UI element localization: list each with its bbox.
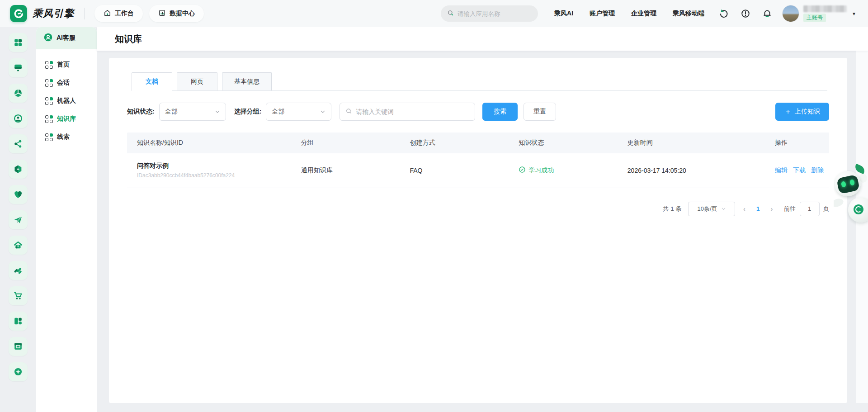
status-select[interactable]: 全部 [159, 103, 226, 121]
grid-icon [45, 115, 53, 123]
pagination: 共 1 条 10条/页 ‹ 1 › 前往 页 [127, 202, 829, 216]
mascot-robot[interactable] [834, 156, 868, 232]
nav-enterprise-management[interactable]: 企业管理 [631, 9, 656, 18]
col-name-id: 知识名称/知识ID [127, 133, 296, 153]
sidebar-item-leads[interactable]: 线索 [36, 128, 97, 146]
row-actions: 编辑 下载 删除 [775, 166, 824, 175]
avatar[interactable] [782, 5, 799, 22]
rail-sparkle-icon[interactable] [9, 362, 28, 381]
brand-logo-icon[interactable] [10, 5, 27, 22]
knowledge-id: IDac3abb290ccb44f4baab5276c00fa224 [137, 172, 290, 179]
rail-tags-icon[interactable] [9, 261, 28, 280]
mascot-arm [834, 197, 844, 208]
app-rail [0, 27, 36, 412]
plus-icon: ＋ [784, 108, 792, 115]
reset-button[interactable]: 重置 [524, 103, 556, 121]
download-link[interactable]: 下载 [793, 166, 806, 175]
sidebar-item-knowledge-base[interactable]: 知识库 [36, 110, 97, 128]
rail-monitor-icon[interactable] [9, 58, 28, 77]
chevron-down-icon [320, 109, 326, 114]
filter-bar: 知识状态: 全部 选择分组: 全部 [127, 103, 829, 121]
page-header: 知识库 [97, 27, 868, 51]
goto-page-input[interactable] [800, 202, 820, 216]
bar-chart-icon [158, 9, 166, 18]
next-page-icon[interactable]: › [769, 205, 775, 213]
rail-paper-plane-icon[interactable] [9, 210, 28, 229]
sidebar-item-home[interactable]: 首页 [36, 56, 97, 74]
grid-icon [45, 61, 53, 69]
status-filter-label: 知识状态: [127, 108, 155, 116]
chevron-down-icon: ▼ [852, 11, 856, 16]
keyword-input[interactable] [356, 108, 469, 115]
rail-browser-icon[interactable] [9, 337, 28, 356]
total-count: 共 1 条 [663, 205, 682, 213]
workbench-label: 工作台 [115, 9, 134, 18]
col-actions: 操作 [769, 133, 829, 153]
prev-page-icon[interactable]: ‹ [741, 205, 747, 213]
tab-documents[interactable]: 文档 [132, 72, 172, 90]
rail-customer-service-icon[interactable] [9, 109, 28, 128]
rail-hex-package-icon[interactable] [9, 160, 28, 179]
keyword-search[interactable] [340, 103, 475, 121]
grid-icon [45, 133, 53, 141]
col-status: 知识状态 [513, 133, 622, 153]
knowledge-table: 知识名称/知识ID 分组 创建方式 知识状态 更新时间 操作 [127, 133, 829, 188]
search-icon [447, 9, 454, 18]
rail-share-icon[interactable] [9, 134, 28, 153]
tab-basic-info[interactable]: 基本信息 [222, 72, 272, 90]
main-area: 知识库 文档 网页 基本信息 知识状态: 全部 [97, 27, 868, 412]
edit-link[interactable]: 编辑 [775, 166, 788, 175]
col-group: 分组 [296, 133, 405, 153]
nav-chengfeng-ai[interactable]: 乘风AI [554, 9, 573, 18]
goto-suffix: 页 [823, 205, 830, 213]
data-center-button[interactable]: 数据中心 [149, 5, 204, 22]
rail-home-icon[interactable] [9, 236, 28, 255]
sidebar-module-label: AI客服 [57, 34, 75, 42]
divider [84, 8, 85, 19]
knowledge-name: 问答对示例 [137, 162, 290, 170]
check-circle-icon [519, 166, 526, 175]
search-button[interactable]: 搜索 [482, 103, 518, 121]
nav-mobile[interactable]: 乘风移动端 [673, 9, 704, 18]
page-title: 知识库 [115, 33, 142, 45]
tab-webpages[interactable]: 网页 [177, 72, 217, 90]
table-header-row: 知识名称/知识ID 分组 创建方式 知识状态 更新时间 操作 [127, 133, 829, 153]
chevron-down-icon [721, 206, 726, 211]
brand-name: 乘风引擎 [33, 7, 74, 20]
group-select[interactable]: 全部 [266, 103, 331, 121]
nav-account-management[interactable]: 账户管理 [590, 9, 615, 18]
upload-knowledge-button[interactable]: ＋ 上传知识 [775, 103, 829, 121]
knowledge-group: 通用知识库 [296, 153, 405, 188]
sidebar-item-conversations[interactable]: 会话 [36, 74, 97, 92]
sidebar: AI客服 首页 会话 机器人 知识库 [36, 27, 97, 412]
app-search-input[interactable] [458, 10, 532, 17]
app-search[interactable] [441, 5, 538, 22]
sidebar-menu: 首页 会话 机器人 知识库 线索 [36, 49, 97, 146]
rail-heart-icon[interactable] [9, 185, 28, 204]
rail-layout-icon[interactable] [9, 312, 28, 331]
rail-apps-icon[interactable] [9, 33, 28, 52]
page-size-select[interactable]: 10条/页 [688, 202, 735, 216]
delete-link[interactable]: 删除 [811, 166, 824, 175]
col-updated: 更新时间 [622, 133, 769, 153]
page-number-1[interactable]: 1 [754, 205, 763, 212]
mascot-leaf [854, 164, 866, 174]
home-icon [104, 9, 111, 18]
data-center-label: 数据中心 [170, 9, 195, 18]
rail-cart-icon[interactable] [9, 286, 28, 305]
workbench-button[interactable]: 工作台 [94, 5, 143, 22]
account-menu[interactable]: 主账号 ▼ [782, 5, 856, 22]
chevron-down-icon [215, 109, 220, 114]
sidebar-item-robots[interactable]: 机器人 [36, 92, 97, 110]
alert-icon[interactable] [741, 9, 750, 19]
grid-icon [45, 79, 53, 87]
ai-service-icon [43, 33, 53, 43]
topbar-icons [719, 9, 772, 19]
app-window: 乘风引擎 工作台 数据中心 乘风AI 账户管理 企业管理 乘风移动端 [0, 0, 868, 412]
top-nav: 乘风AI 账户管理 企业管理 乘风移动端 [554, 9, 704, 18]
rail-pie-chart-icon[interactable] [9, 84, 28, 103]
refresh-icon[interactable] [719, 9, 729, 19]
bell-icon[interactable] [762, 9, 772, 19]
sidebar-module-header[interactable]: AI客服 [36, 27, 97, 49]
goto-label: 前往 [784, 205, 796, 213]
